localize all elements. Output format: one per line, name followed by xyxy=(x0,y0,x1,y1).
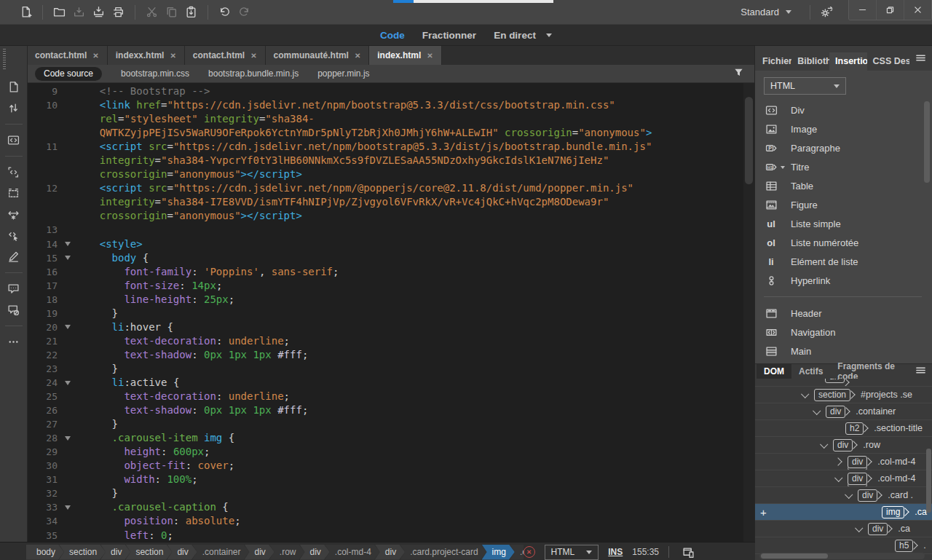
file-management-icon[interactable] xyxy=(3,77,25,97)
chevron-down-icon[interactable] xyxy=(546,33,552,37)
code-fold-icon[interactable] xyxy=(60,251,75,265)
dom-panel-tab-dom[interactable]: DOM xyxy=(757,364,791,379)
code-fold-icon[interactable] xyxy=(60,376,75,390)
code-line[interactable]: 17 font-size: 14px; xyxy=(27,279,743,293)
related-file[interactable]: bootstrap.min.css xyxy=(121,68,189,79)
dom-node-div[interactable]: div.ca xyxy=(755,521,932,537)
panel-tab-bibliothè[interactable]: Bibliothè xyxy=(791,52,829,71)
code-line[interactable]: 24 li:active { xyxy=(27,376,743,390)
dom-panel-tab-actifs[interactable]: Actifs xyxy=(791,364,830,379)
insert-item-title[interactable]: H1Titre xyxy=(764,157,932,176)
view-mode-en-direct[interactable]: En direct xyxy=(494,30,536,41)
code-line[interactable]: 25 text-decoration: underline; xyxy=(27,390,743,403)
insert-item-ul[interactable]: ulListe simple xyxy=(764,214,932,233)
close-tab-icon[interactable]: ✕ xyxy=(355,52,360,60)
insert-scrollbar-thumb[interactable] xyxy=(924,101,930,183)
code-line[interactable]: crossorigin="anonymous"></script> xyxy=(27,167,743,181)
insert-item-image[interactable]: Image xyxy=(764,119,932,138)
code-fold-icon[interactable] xyxy=(60,237,75,251)
code-line[interactable]: 16 font-family: 'Poppins', sans-serif; xyxy=(27,265,743,279)
code-line[interactable]: crossorigin="anonymous"></script> xyxy=(27,209,743,223)
code-view-icon[interactable] xyxy=(3,130,25,150)
syntax-mode-select[interactable]: HTML xyxy=(545,545,599,560)
print-icon[interactable] xyxy=(108,3,128,22)
workspace-switcher[interactable]: Standard xyxy=(729,0,803,24)
insert-item-div[interactable]: Div xyxy=(764,100,932,119)
code-line[interactable]: 11 <script src="https://cdn.jsdelivr.net… xyxy=(27,140,743,154)
dom-node-h5[interactable]: h5. xyxy=(755,537,932,554)
close-tab-icon[interactable]: ✕ xyxy=(92,52,98,60)
insert-item-ol[interactable]: olListe numérotée xyxy=(764,233,932,252)
dom-hscrollbar-thumb[interactable] xyxy=(761,553,828,559)
open-file-icon[interactable] xyxy=(50,3,69,22)
dom-hscrollbar-track[interactable] xyxy=(759,553,925,559)
code-line[interactable]: integrity="sha384-YvpcrYf0tY3lHB60NNkmXc… xyxy=(27,154,743,167)
doc-tab-1[interactable]: indexx.html✕ xyxy=(108,46,185,65)
related-file[interactable]: popper.min.js xyxy=(317,68,369,79)
dom-node-div[interactable]: div.card . xyxy=(755,487,932,504)
copy-icon[interactable] xyxy=(162,3,181,22)
minimize-icon[interactable] xyxy=(849,0,876,20)
code-line[interactable]: 12 <script src="https://cdn.jsdelivr.net… xyxy=(27,181,743,195)
code-line[interactable]: 23 } xyxy=(27,362,743,376)
collapse-icon[interactable] xyxy=(820,441,828,449)
editor-scrollbar-thumb[interactable] xyxy=(745,97,753,184)
doc-tab-0[interactable]: contact.html✕ xyxy=(27,46,108,65)
dom-scrollbar-thumb[interactable] xyxy=(926,449,931,513)
toolbar-grip[interactable] xyxy=(3,49,6,69)
insert-item-paragraph[interactable]: PParagraphe xyxy=(764,138,932,157)
paste-icon[interactable] xyxy=(181,3,201,22)
editor-scrollbar-track[interactable] xyxy=(743,83,754,543)
code-line[interactable]: 20 li:hover { xyxy=(27,320,743,334)
save-icon[interactable] xyxy=(69,3,89,22)
code-line[interactable]: 13 xyxy=(27,223,743,237)
code-line[interactable]: 27 } xyxy=(27,417,743,431)
view-mode-fractionner[interactable]: Fractionner xyxy=(422,30,476,41)
chevron-down-icon[interactable] xyxy=(781,166,785,169)
cut-icon[interactable] xyxy=(142,3,162,22)
code-line[interactable]: 21 text-decoration: underline; xyxy=(27,334,743,348)
code-line[interactable]: QWTKZyjpPEjISv5WaRU9OFeRpok6YctnYmDr5pNl… xyxy=(27,126,743,140)
tag-selector-container[interactable]: .container xyxy=(192,545,250,560)
code-fold-icon[interactable] xyxy=(60,500,75,514)
source-code-button[interactable]: Code source xyxy=(35,67,102,81)
dom-node-section[interactable]: section#projects .se xyxy=(755,387,932,403)
code-line[interactable]: 32 } xyxy=(27,486,743,500)
undo-icon[interactable] xyxy=(215,3,234,22)
dom-node-img[interactable]: +img.ca xyxy=(755,504,932,521)
close-tab-icon[interactable]: ✕ xyxy=(170,52,175,60)
code-line[interactable]: 18 line-height: 25px; xyxy=(27,293,743,307)
select-code-icon[interactable] xyxy=(3,184,25,203)
code-line[interactable]: 10 <link href="https://cdn.jsdelivr.net/… xyxy=(27,98,743,112)
doc-tab-3[interactable]: communauté.html✕ xyxy=(266,46,370,65)
doc-tab-4[interactable]: index.html✕ xyxy=(369,46,441,65)
insert-item-table[interactable]: Table xyxy=(764,176,932,195)
dom-node-div[interactable]: div.col-md-4 xyxy=(755,454,932,470)
upload-download-icon[interactable] xyxy=(3,98,25,118)
tag-selector-section[interactable]: section xyxy=(59,545,106,560)
insert-item-header[interactable]: Header xyxy=(764,304,932,323)
code-editor[interactable]: 9 <!-- Bootstrap -->10 <link href="https… xyxy=(27,83,754,543)
tag-selector-col-md-4[interactable]: .col-md-4 xyxy=(325,545,380,560)
code-line[interactable]: 22 text-shadow: 0px 1px 1px #fff; xyxy=(27,348,743,362)
tag-selector-body[interactable]: body xyxy=(26,545,64,560)
more-tools-icon[interactable] xyxy=(3,332,25,352)
code-line[interactable]: 34 position: absolute; xyxy=(27,514,743,528)
panel-tab-css-desig[interactable]: CSS Desig xyxy=(867,52,909,71)
dom-node-div[interactable]: div.container xyxy=(755,403,932,420)
insert-item-figure[interactable]: Figure xyxy=(764,195,932,214)
related-file[interactable]: bootstrap.bundle.min.js xyxy=(208,68,299,79)
insert-item-clipped[interactable] xyxy=(764,360,932,363)
code-line[interactable]: 26 text-shadow: 0px 1px 1px #fff; xyxy=(27,403,743,417)
panel-tab-fichiers[interactable]: Fichiers xyxy=(757,52,791,71)
collapse-icon[interactable] xyxy=(834,474,842,482)
collapse-icon[interactable] xyxy=(801,390,809,398)
tag-selector-row[interactable]: .row xyxy=(269,545,305,560)
insert-item-li[interactable]: liElément de liste xyxy=(764,252,932,271)
code-line[interactable]: 30 object-fit: cover; xyxy=(27,459,743,473)
dom-node-h2[interactable]: h2.section-title xyxy=(755,420,932,437)
close-tab-icon[interactable]: ✕ xyxy=(427,52,433,60)
close-icon[interactable] xyxy=(904,0,931,20)
go-to-code-icon[interactable] xyxy=(3,226,25,245)
remove-comment-icon[interactable] xyxy=(3,300,25,320)
